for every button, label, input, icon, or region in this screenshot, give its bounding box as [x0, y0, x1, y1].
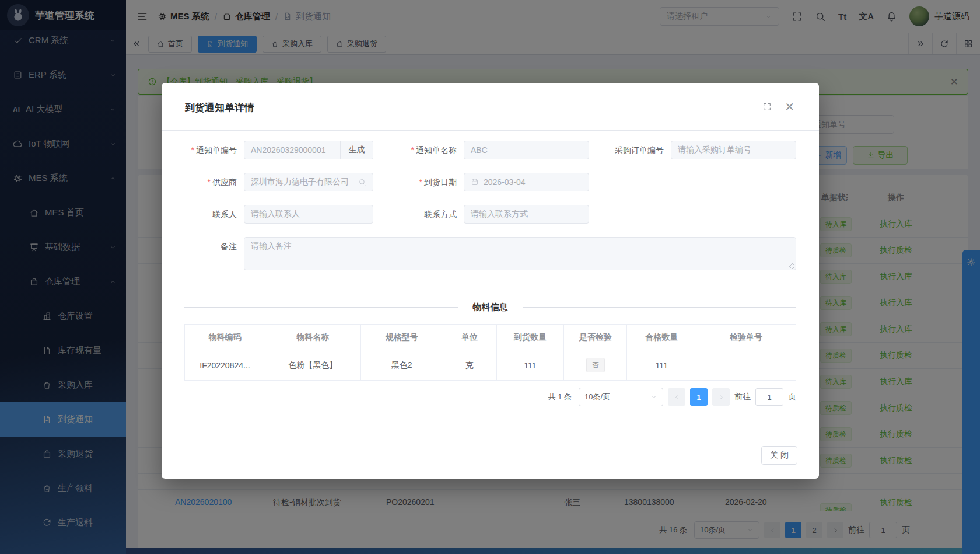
material-column-header: 单位	[443, 325, 496, 350]
page-unit-label: 页	[788, 392, 796, 402]
dialog-header-divider	[162, 130, 819, 131]
po-no-input[interactable]: 请输入采购订单编号	[671, 141, 796, 159]
page-number-button[interactable]: 1	[690, 388, 708, 406]
prev-page-button[interactable]	[668, 388, 685, 406]
notice-no-input[interactable]: AN20260329000001 生成	[244, 141, 373, 159]
supplier-input[interactable]: 深圳市海力德电子有限公司	[244, 173, 373, 191]
contact-way-input[interactable]: 请输入联系方式	[464, 205, 589, 224]
material-cell: 否	[564, 350, 627, 381]
material-column-header: 到货数量	[496, 325, 564, 350]
material-column-header: 合格数量	[627, 325, 696, 350]
notice-form: *通知单编号 AN20260329000001 生成 *通知单名称 ABC 采购…	[184, 141, 796, 270]
notice-name-input[interactable]: ABC	[464, 141, 589, 159]
arrival-date-label: *到货日期	[373, 173, 464, 191]
notice-name-label: *通知单名称	[373, 141, 464, 159]
material-column-header: 物料名称	[265, 325, 360, 350]
material-cell: IF20220824...	[185, 350, 265, 381]
next-page-button[interactable]	[712, 388, 730, 406]
material-cell: 111	[627, 350, 696, 381]
material-row: IF20220824...色粉【黑色】黑色2克111否111	[185, 350, 796, 381]
generate-button[interactable]: 生成	[340, 141, 373, 159]
pagination-total: 共 1 条	[548, 392, 572, 402]
material-table: 物料编码物料名称规格型号单位到货数量是否检验合格数量检验单号IF20220824…	[184, 324, 796, 381]
po-no-label: 采购订单编号	[589, 141, 671, 159]
close-button[interactable]: 关 闭	[761, 446, 797, 465]
dialog-title: 到货通知单详情	[185, 101, 254, 114]
contact-way-label: 联系方式	[373, 205, 464, 224]
remark-textarea[interactable]: 请输入备注	[244, 237, 796, 270]
inspect-flag-badge: 否	[586, 358, 605, 372]
material-cell: 111	[496, 350, 564, 381]
material-section-divider: 物料信息	[184, 302, 796, 313]
dialog-close-icon[interactable]: ✕	[785, 102, 794, 112]
material-cell: 克	[443, 350, 496, 381]
arrival-notice-detail-dialog: 到货通知单详情 ✕ *通知单编号 AN20260329000001 生成 *通知…	[162, 83, 819, 479]
material-column-header: 规格型号	[360, 325, 443, 350]
calendar-icon	[471, 178, 479, 186]
screen: 芋道管理系统 CRM 系统ERP 系统AIAI 大模型IoT 物联网MES 系统…	[0, 0, 980, 554]
material-column-header: 是否检验	[564, 325, 627, 350]
material-column-header: 物料编码	[185, 325, 265, 350]
dialog-fullscreen-icon[interactable]	[762, 102, 772, 112]
material-cell: 色粉【黑色】	[265, 350, 360, 381]
contact-input[interactable]: 请输入联系人	[244, 205, 373, 224]
dialog-tools: ✕	[762, 102, 794, 112]
notice-no-label: *通知单编号	[184, 141, 244, 159]
arrival-date-input[interactable]: 2026-03-04	[464, 173, 589, 191]
material-section-title: 物料信息	[473, 302, 508, 313]
material-cell	[696, 350, 796, 381]
material-table-pagination: 共 1 条10条/页1前往页	[548, 388, 796, 406]
page-size-select[interactable]: 10条/页	[579, 388, 663, 406]
supplier-label: *供应商	[184, 173, 244, 191]
dialog-footer-divider	[162, 438, 819, 438]
contact-label: 联系人	[184, 205, 244, 224]
remark-label: 备注	[184, 237, 244, 256]
search-icon[interactable]	[358, 178, 366, 186]
material-cell: 黑色2	[360, 350, 443, 381]
goto-label: 前往	[734, 392, 751, 402]
chevron-down-icon	[650, 393, 657, 400]
goto-page-input[interactable]	[755, 388, 783, 406]
material-column-header: 检验单号	[696, 325, 796, 350]
